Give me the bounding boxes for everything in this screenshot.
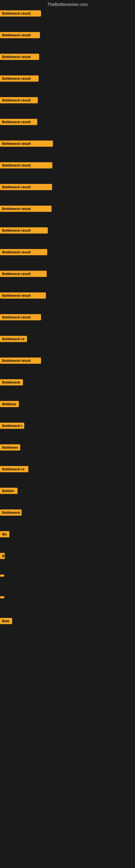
bottleneck-badge[interactable]: Bottleneck r bbox=[0, 423, 24, 429]
bottleneck-badge[interactable]: Bottleneck bbox=[0, 509, 21, 516]
bottleneck-badge[interactable]: Bottleneck result bbox=[0, 227, 48, 234]
list-item: Bottleneck r bbox=[0, 421, 135, 442]
bottleneck-badge[interactable]: Bottleneck result bbox=[0, 358, 41, 364]
list-item: B bbox=[0, 551, 135, 572]
list-item: Bottleneck result bbox=[0, 312, 135, 334]
bottleneck-badge[interactable]: B bbox=[0, 553, 5, 559]
bottleneck-badge[interactable]: Bott bbox=[0, 618, 12, 624]
list-item: Bottleneck result bbox=[0, 52, 135, 73]
list-item: Bottlen bbox=[0, 486, 135, 507]
bottleneck-badge[interactable]: Bottleneck result bbox=[0, 10, 41, 17]
bottleneck-badge[interactable]: Bo bbox=[0, 531, 9, 537]
bottleneck-badge[interactable]: Bottlene bbox=[0, 401, 19, 407]
list-item: Bottlene bbox=[0, 399, 135, 421]
list-item: Bottleneck result bbox=[0, 290, 135, 312]
list-item: Bottleneck result bbox=[0, 204, 135, 225]
bottleneck-badge[interactable]: Bottleneck result bbox=[0, 162, 52, 168]
bottleneck-badge[interactable]: Bottleneck result bbox=[0, 75, 39, 82]
list-item: Bottleneck result bbox=[0, 355, 135, 377]
list-item: Bottlenec bbox=[0, 442, 135, 464]
list-item: Bottleneck result bbox=[0, 30, 135, 52]
list-item: Bo bbox=[0, 529, 135, 551]
bottleneck-badge[interactable]: Bottlen bbox=[0, 488, 17, 494]
list-item: Bottleneck result bbox=[0, 8, 135, 30]
bottleneck-badge[interactable]: Bottleneck result bbox=[0, 206, 52, 212]
bottleneck-badge[interactable] bbox=[0, 575, 4, 577]
list-item: Bottleneck re bbox=[0, 334, 135, 355]
list-item: Bott bbox=[0, 616, 135, 638]
page-container: TheBottlenecker.com Bottleneck resultBot… bbox=[0, 0, 135, 692]
bottleneck-badge[interactable]: Bottleneck result bbox=[0, 249, 47, 255]
bottleneck-badge[interactable]: Bottleneck result bbox=[0, 314, 41, 320]
list-item bbox=[0, 572, 135, 594]
list-item bbox=[0, 594, 135, 616]
bottleneck-badge[interactable]: Bottleneck re bbox=[0, 336, 27, 342]
bottleneck-badge[interactable]: Bottleneck result bbox=[0, 119, 37, 125]
list-item: Bottleneck result bbox=[0, 73, 135, 95]
list-item: Bottleneck bbox=[0, 377, 135, 399]
bottleneck-badge[interactable]: Bottleneck result bbox=[0, 141, 53, 147]
bottleneck-badge[interactable]: Bottleneck result bbox=[0, 32, 40, 38]
list-item: Bottleneck result bbox=[0, 138, 135, 160]
bottleneck-badge[interactable]: Bottleneck result bbox=[0, 271, 47, 277]
list-item: Bottleneck result bbox=[0, 247, 135, 269]
bottleneck-badge[interactable]: Bottleneck result bbox=[0, 54, 39, 60]
site-title: TheBottlenecker.com bbox=[0, 0, 135, 8]
list-item: Bottleneck result bbox=[0, 160, 135, 182]
list-item: Bottleneck bbox=[0, 507, 135, 529]
list-item: Bottleneck re bbox=[0, 464, 135, 486]
bottleneck-badge[interactable]: Bottleneck re bbox=[0, 466, 28, 472]
bottleneck-badge[interactable]: Bottleneck result bbox=[0, 184, 52, 190]
list-item: Bottleneck result bbox=[0, 182, 135, 204]
bottleneck-badge[interactable]: Bottleneck bbox=[0, 379, 23, 385]
list-item: Bottleneck result bbox=[0, 95, 135, 117]
bottleneck-badge[interactable]: Bottleneck result bbox=[0, 292, 46, 299]
list-item: Bottleneck result bbox=[0, 225, 135, 247]
list-item: Bottleneck result bbox=[0, 117, 135, 138]
items-list: Bottleneck resultBottleneck resultBottle… bbox=[0, 8, 135, 638]
bottleneck-badge[interactable] bbox=[0, 596, 4, 598]
bottleneck-badge[interactable]: Bottleneck result bbox=[0, 97, 38, 103]
bottleneck-badge[interactable]: Bottlenec bbox=[0, 444, 20, 451]
list-item: Bottleneck result bbox=[0, 269, 135, 290]
